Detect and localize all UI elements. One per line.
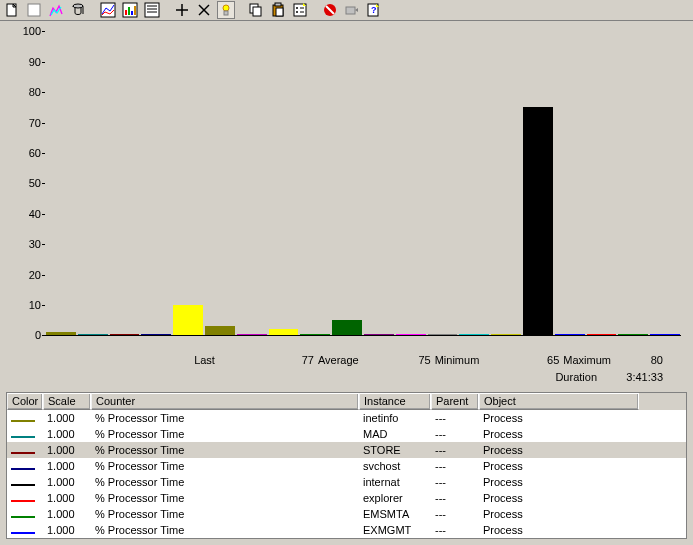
ytick-label: 20 (13, 269, 41, 281)
cell-parent: --- (431, 508, 479, 520)
view-chart-icon[interactable] (99, 1, 117, 19)
ytick-label: 50 (13, 177, 41, 189)
cell-parent: --- (431, 476, 479, 488)
max-value: 80 (615, 354, 663, 366)
last-label: Last (194, 354, 215, 366)
cell-counter: % Processor Time (91, 492, 359, 504)
cell-scale: 1.000 (43, 444, 91, 456)
table-row[interactable]: 1.000% Processor Timeinetinfo---Process (7, 410, 686, 426)
cell-scale: 1.000 (43, 428, 91, 440)
svg-rect-20 (253, 7, 261, 16)
cell-color (7, 430, 43, 438)
cell-parent: --- (431, 524, 479, 536)
th-color[interactable]: Color (7, 393, 43, 410)
bar (46, 332, 76, 335)
cell-object: Process (479, 524, 639, 536)
cell-object: Process (479, 508, 639, 520)
bar (173, 305, 203, 335)
cell-instance: STORE (359, 444, 431, 456)
cell-color (7, 478, 43, 486)
bar (523, 107, 553, 335)
cell-scale: 1.000 (43, 492, 91, 504)
paste-icon[interactable] (269, 1, 287, 19)
svg-rect-5 (125, 10, 127, 15)
cell-counter: % Processor Time (91, 524, 359, 536)
add-icon[interactable] (173, 1, 191, 19)
th-counter[interactable]: Counter (91, 393, 359, 410)
highlight-icon[interactable] (217, 1, 235, 19)
cell-color (7, 526, 43, 534)
table-row[interactable]: 1.000% Processor TimeEXMGMT---Process (7, 522, 686, 538)
cell-color (7, 462, 43, 470)
counter-table: Color Scale Counter Instance Parent Obje… (6, 392, 687, 539)
dur-value: 3:41:33 (601, 371, 663, 383)
bar (555, 334, 585, 336)
cell-parent: --- (431, 492, 479, 504)
view-log-icon[interactable] (69, 1, 87, 19)
cell-color (7, 494, 43, 502)
bar (491, 334, 521, 336)
th-scale[interactable]: Scale (43, 393, 91, 410)
ytick-label: 60 (13, 147, 41, 159)
cell-counter: % Processor Time (91, 428, 359, 440)
cell-object: Process (479, 460, 639, 472)
ytick-label: 10 (13, 299, 41, 311)
table-row[interactable]: 1.000% Processor Timeinternat---Process (7, 474, 686, 490)
update-icon[interactable] (343, 1, 361, 19)
copy-icon[interactable] (247, 1, 265, 19)
cell-parent: --- (431, 444, 479, 456)
svg-rect-1 (28, 4, 40, 16)
ytick-label: 70 (13, 117, 41, 129)
svg-rect-31 (346, 7, 355, 14)
bar (364, 334, 394, 336)
ytick-label: 30 (13, 238, 41, 250)
th-instance[interactable]: Instance (359, 393, 431, 410)
cell-counter: % Processor Time (91, 508, 359, 520)
th-parent[interactable]: Parent (431, 393, 479, 410)
table-row[interactable]: 1.000% Processor TimeMAD---Process (7, 426, 686, 442)
cell-parent: --- (431, 460, 479, 472)
svg-rect-22 (275, 3, 281, 6)
bar (428, 334, 458, 336)
cell-counter: % Processor Time (91, 460, 359, 472)
ytick-label: 80 (13, 86, 41, 98)
avg-label: Average (318, 354, 359, 366)
cell-object: Process (479, 476, 639, 488)
clear-display-icon[interactable] (25, 1, 43, 19)
svg-point-26 (296, 11, 298, 13)
svg-rect-18 (224, 11, 228, 15)
svg-point-2 (73, 4, 83, 8)
bar (110, 334, 140, 336)
table-row[interactable]: 1.000% Processor TimeSTORE---Process (7, 442, 686, 458)
table-body[interactable]: 1.000% Processor Timeinetinfo---Process1… (7, 410, 686, 538)
bar (78, 334, 108, 336)
cell-counter: % Processor Time (91, 444, 359, 456)
delete-icon[interactable] (195, 1, 213, 19)
chart-grid: 0102030405060708090100 (45, 31, 681, 336)
table-row[interactable]: 1.000% Processor TimeEMSMTA---Process (7, 506, 686, 522)
bar (141, 334, 171, 336)
table-row[interactable]: 1.000% Processor Timeexplorer---Process (7, 490, 686, 506)
th-object[interactable]: Object (479, 393, 639, 410)
freeze-icon[interactable] (321, 1, 339, 19)
table-header: Color Scale Counter Instance Parent Obje… (7, 393, 686, 410)
cell-instance: svchost (359, 460, 431, 472)
ytick-label: 100 (13, 25, 41, 37)
bar (587, 334, 617, 336)
cell-parent: --- (431, 428, 479, 440)
cell-counter: % Processor Time (91, 412, 359, 424)
cell-color (7, 414, 43, 422)
bar (459, 334, 489, 336)
avg-value: 75 (363, 354, 431, 366)
cell-instance: inetinfo (359, 412, 431, 424)
bar (650, 334, 680, 336)
table-row[interactable]: 1.000% Processor Timesvchost---Process (7, 458, 686, 474)
properties-icon[interactable] (291, 1, 309, 19)
cell-instance: internat (359, 476, 431, 488)
cell-instance: EXMGMT (359, 524, 431, 536)
help-icon[interactable]: ? (365, 1, 383, 19)
view-report-icon[interactable] (143, 1, 161, 19)
view-histogram-icon[interactable] (121, 1, 139, 19)
new-counter-set-icon[interactable] (3, 1, 21, 19)
view-current-icon[interactable] (47, 1, 65, 19)
